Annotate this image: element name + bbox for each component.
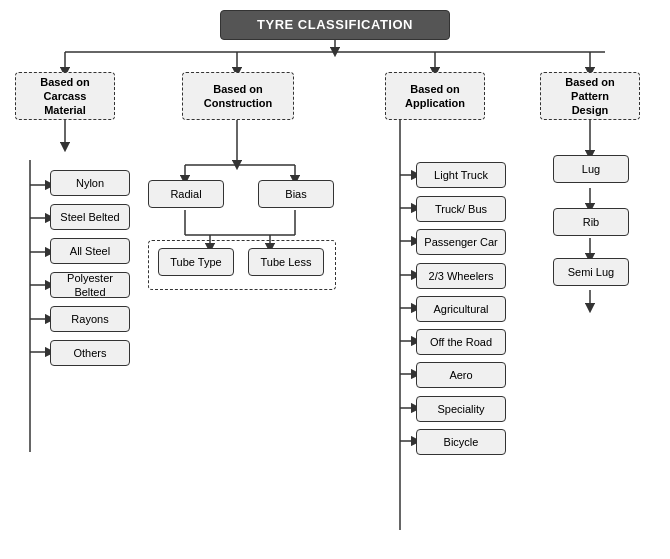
app-aero: Aero [416, 362, 506, 388]
construction-bias: Bias [258, 180, 334, 208]
app-passengercar: Passenger Car [416, 229, 506, 255]
carcass-item-polyesterbelted: Polyester Belted [50, 272, 130, 298]
carcass-item-others: Others [50, 340, 130, 366]
box-construction: Based on Construction [182, 72, 294, 120]
carcass-item-steelbelted: Steel Belted [50, 204, 130, 230]
carcass-item-allsteel: All Steel [50, 238, 130, 264]
title-box: TYRE CLASSIFICATION [220, 10, 450, 40]
diagram: TYRE CLASSIFICATION Based on Carcass Mat… [0, 0, 670, 559]
app-23wheelers: 2/3 Wheelers [416, 263, 506, 289]
app-bicycle: Bicycle [416, 429, 506, 455]
box-pattern: Based on Pattern Design [540, 72, 640, 120]
construction-radial: Radial [148, 180, 224, 208]
construction-tubetype: Tube Type [158, 248, 234, 276]
box-carcass: Based on Carcass Material [15, 72, 115, 120]
app-truckbus: Truck/ Bus [416, 196, 506, 222]
box-application: Based on Application [385, 72, 485, 120]
construction-tubeless: Tube Less [248, 248, 324, 276]
carcass-item-nylon: Nylon [50, 170, 130, 196]
app-offroad: Off the Road [416, 329, 506, 355]
app-speciality: Speciality [416, 396, 506, 422]
pattern-semilug: Semi Lug [553, 258, 629, 286]
carcass-item-rayons: Rayons [50, 306, 130, 332]
app-lighttruck: Light Truck [416, 162, 506, 188]
pattern-lug: Lug [553, 155, 629, 183]
pattern-rib: Rib [553, 208, 629, 236]
app-agricultural: Agricultural [416, 296, 506, 322]
